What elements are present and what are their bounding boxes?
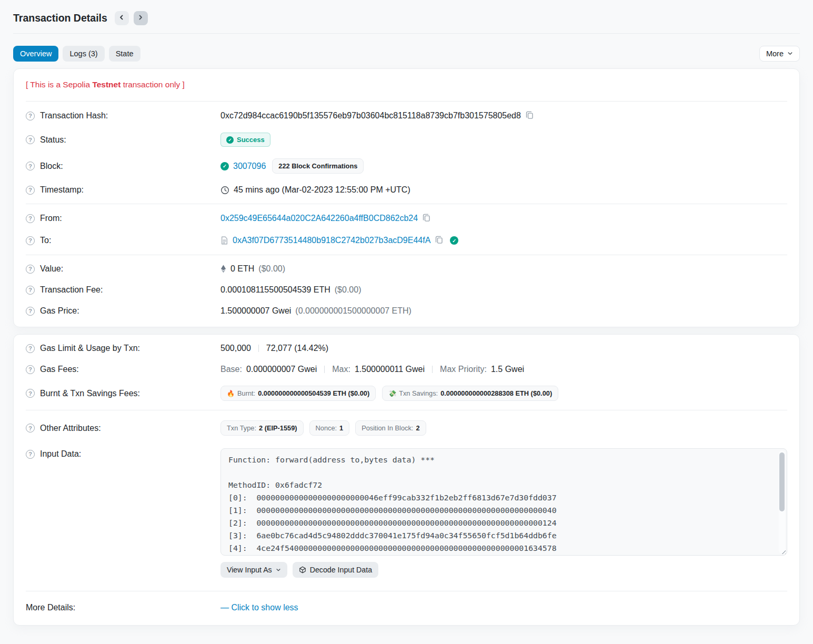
next-transaction-button[interactable]	[134, 11, 148, 25]
contract-file-icon	[220, 236, 228, 245]
row-more-details: More Details: — Click to show less	[26, 595, 787, 620]
tab-state[interactable]: State	[109, 46, 140, 62]
row-gas-fees: Gas Fees: Base: 0.000000007 Gwei Max: 1.…	[26, 359, 787, 380]
copy-hash-button[interactable]	[525, 110, 534, 121]
gas-price-amount: 1.500000007 Gwei	[220, 306, 291, 316]
chevron-down-icon	[787, 49, 793, 58]
warning-text-pre: [ This is a Sepolia	[26, 80, 92, 89]
show-less-link[interactable]: — Click to show less	[220, 603, 298, 612]
position-key: Position In Block:	[362, 424, 413, 432]
transaction-hash-value: 0xc72d984ccac6190b5f135576eb97b03604bc81…	[220, 111, 521, 120]
burnt-value: 0.000000000000504539 ETH ($0.00)	[258, 389, 369, 397]
help-icon[interactable]	[26, 286, 35, 295]
check-circle-icon	[220, 162, 229, 170]
txn-type-value: 2 (EIP-1559)	[259, 424, 297, 432]
divider	[26, 101, 787, 102]
tab-overview[interactable]: Overview	[13, 46, 58, 62]
status-badge: Success	[220, 133, 270, 147]
input-data-actions: View Input As Decode Input Data	[220, 562, 787, 578]
divider	[26, 591, 787, 591]
gas-max-label: Max:	[332, 365, 350, 374]
tab-logs[interactable]: Logs (3)	[63, 46, 104, 62]
scrollbar-thumb[interactable]	[779, 452, 785, 511]
input-data-scrollbar[interactable]	[779, 450, 785, 554]
help-icon[interactable]	[26, 450, 35, 459]
page: Transaction Details Overview Logs (3) St…	[0, 0, 813, 626]
row-timestamp: Timestamp: 45 mins ago (Mar-02-2023 12:5…	[26, 179, 787, 200]
value-label: Value:	[40, 264, 63, 274]
input-data-label: Input Data:	[40, 449, 81, 459]
row-input-data: Input Data: Function: forward(address to…	[26, 442, 787, 583]
help-icon[interactable]	[26, 365, 35, 374]
help-icon[interactable]	[26, 135, 35, 144]
from-label: From:	[40, 214, 62, 223]
warning-text-post: transaction only ]	[121, 80, 184, 89]
gas-price-eth: (0.000000001500000007 ETH)	[295, 306, 411, 316]
help-icon[interactable]	[26, 236, 35, 245]
page-title: Transaction Details	[13, 12, 107, 24]
divider	[26, 204, 787, 204]
transaction-fee-label: Transaction Fee:	[40, 285, 103, 295]
help-icon[interactable]	[26, 389, 35, 398]
verified-check-icon	[450, 236, 458, 245]
to-address-link[interactable]: 0xA3f07D6773514480b918C2742b027b3acD9E44…	[233, 236, 430, 245]
copy-from-address-button[interactable]	[422, 213, 431, 224]
row-gas-limit: Gas Limit & Usage by Txn: 500,000 72,077…	[26, 338, 787, 359]
from-address-link[interactable]: 0x259c49E65644a020C2A642260a4ffB0CD862cb…	[220, 214, 418, 223]
help-icon[interactable]	[26, 265, 35, 274]
chevron-left-icon	[118, 14, 125, 22]
help-icon[interactable]	[26, 214, 35, 223]
nonce-badge: Nonce: 1	[309, 420, 350, 436]
separator	[324, 366, 325, 373]
block-number-link[interactable]: 3007096	[233, 162, 266, 171]
more-button[interactable]: More	[759, 46, 800, 62]
burnt-savings-label: Burnt & Txn Savings Fees:	[40, 389, 140, 398]
burnt-badge: 🔥 Burnt: 0.000000000000504539 ETH ($0.00…	[220, 386, 376, 401]
divider	[26, 255, 787, 255]
previous-transaction-button[interactable]	[115, 11, 129, 25]
help-icon[interactable]	[26, 344, 35, 353]
eth-icon	[220, 265, 226, 273]
gas-max-priority-label: Max Priority:	[440, 365, 487, 374]
copy-icon	[422, 213, 431, 224]
timestamp-value: 45 mins ago (Mar-02-2023 12:55:00 PM +UT…	[234, 185, 410, 195]
burnt-key: Burnt:	[237, 389, 255, 397]
input-data-text: Function: forward(address to,bytes data)…	[228, 454, 773, 556]
help-icon[interactable]	[26, 186, 35, 195]
gas-price-label: Gas Price:	[40, 306, 79, 316]
details-card: Gas Limit & Usage by Txn: 500,000 72,077…	[13, 334, 800, 626]
gas-limit-value: 500,000	[220, 344, 251, 353]
row-status: Status: Success	[26, 127, 787, 153]
help-icon[interactable]	[26, 112, 35, 120]
gas-fees-label: Gas Fees:	[40, 365, 79, 374]
help-icon[interactable]	[26, 307, 35, 316]
copy-to-address-button[interactable]	[435, 235, 444, 246]
check-circle-icon	[226, 136, 234, 144]
help-icon[interactable]	[26, 424, 35, 432]
nonce-key: Nonce:	[316, 424, 337, 432]
gas-usage-value: 72,077 (14.42%)	[266, 344, 328, 353]
transaction-fee-amount: 0.000108115500504539 ETH	[220, 285, 330, 295]
chevron-down-icon	[276, 566, 281, 574]
view-input-as-button[interactable]: View Input As	[220, 562, 287, 578]
overview-card: [ This is a Sepolia Testnet transaction …	[13, 68, 800, 327]
nonce-value: 1	[339, 424, 343, 432]
input-data-textarea[interactable]: Function: forward(address to,bytes data)…	[220, 448, 787, 556]
gas-base-label: Base:	[220, 365, 242, 374]
row-block: Block: 3007096 222 Block Confirmations	[26, 153, 787, 179]
decode-input-data-label: Decode Input Data	[310, 566, 372, 574]
testnet-warning: [ This is a Sepolia Testnet transaction …	[26, 71, 787, 98]
row-burnt-savings: Burnt & Txn Savings Fees: 🔥 Burnt: 0.000…	[26, 380, 787, 407]
row-other-attributes: Other Attributes: Txn Type: 2 (EIP-1559)…	[26, 414, 787, 442]
to-label: To:	[40, 236, 51, 245]
row-to: To: 0xA3f07D6773514480b918C2742b027b3acD…	[26, 229, 787, 251]
txn-type-key: Txn Type:	[227, 424, 256, 432]
copy-icon	[525, 110, 534, 121]
help-icon[interactable]	[26, 162, 35, 170]
row-transaction-hash: Transaction Hash: 0xc72d984ccac6190b5f13…	[26, 105, 787, 127]
page-header: Transaction Details	[13, 0, 800, 34]
status-label: Status:	[40, 135, 66, 145]
more-details-label: More Details:	[26, 603, 75, 612]
decode-input-data-button[interactable]: Decode Input Data	[293, 562, 378, 578]
other-attributes-label: Other Attributes:	[40, 424, 101, 433]
